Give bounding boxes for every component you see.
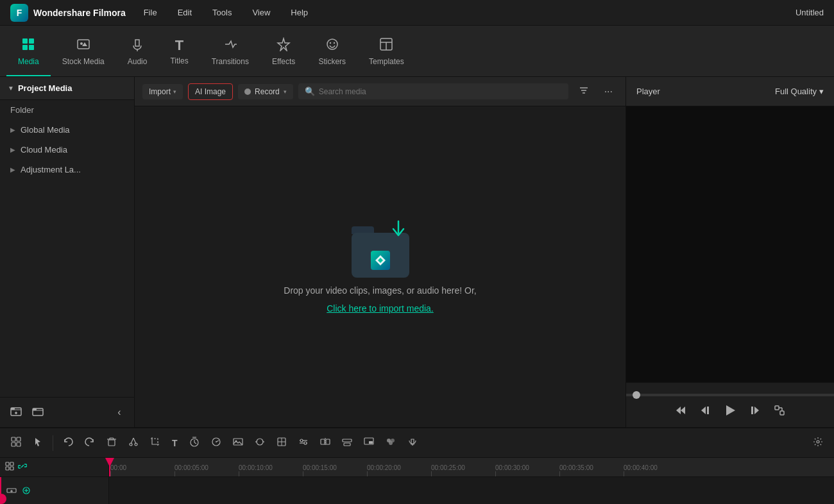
redo-button[interactable] xyxy=(80,433,99,453)
sidebar-item-global-media[interactable]: ▶ Global Media xyxy=(0,120,134,140)
expand-arrow-icon-3: ▶ xyxy=(10,166,15,173)
link-button[interactable] xyxy=(18,462,27,473)
timer-button[interactable] xyxy=(185,433,204,453)
track-add-button[interactable] xyxy=(6,485,17,498)
filter-button[interactable] xyxy=(574,83,594,101)
svg-rect-0 xyxy=(22,38,28,44)
delete-button[interactable] xyxy=(102,433,121,453)
svg-rect-39 xyxy=(17,442,21,446)
audio-button[interactable] xyxy=(403,433,422,453)
pip-button[interactable] xyxy=(359,433,379,453)
tab-stickers[interactable]: Stickers xyxy=(307,28,357,76)
group-button[interactable] xyxy=(337,433,357,453)
svg-rect-64 xyxy=(321,439,325,444)
tab-stock-media-label: Stock Media xyxy=(62,57,105,66)
menu-tools[interactable]: Tools xyxy=(210,5,234,20)
quality-arrow-icon: ▾ xyxy=(819,87,824,96)
menu-edit[interactable]: Edit xyxy=(175,5,194,20)
drop-text: Drop your video clips, images, or audio … xyxy=(284,285,476,296)
step-back-button[interactable] xyxy=(699,405,711,416)
tab-stock-media[interactable]: Stock Media xyxy=(51,28,116,76)
text-button[interactable]: T xyxy=(167,435,182,451)
app-logo: F Wondershare Filmora xyxy=(10,4,126,22)
sidebar-item-adjustment[interactable]: ▶ Adjustment La... xyxy=(0,160,134,180)
media-panel: Import ▾ AI Image Record ▾ 🔍 ··· xyxy=(135,77,626,427)
svg-rect-65 xyxy=(326,439,330,444)
undo-button[interactable] xyxy=(58,433,78,453)
main-toolbar: Media Stock Media Audio T Titles xyxy=(0,26,834,77)
folder-button[interactable] xyxy=(30,403,46,422)
settings-button[interactable] xyxy=(808,433,828,453)
sidebar-folder[interactable]: Folder xyxy=(0,100,134,120)
import-button[interactable]: Import ▾ xyxy=(142,84,183,99)
ruler-marks-container: 00:00 00:00:05:00 00:00:10:00 00:00:15:0… xyxy=(110,458,688,476)
color-button[interactable] xyxy=(381,433,400,453)
menu-view[interactable]: View xyxy=(250,5,273,20)
player-screen xyxy=(626,106,834,382)
tab-templates[interactable]: Templates xyxy=(357,28,416,76)
player-header: Player Full Quality ▾ xyxy=(626,77,834,106)
svg-rect-37 xyxy=(17,437,21,441)
crop-button[interactable] xyxy=(146,433,165,453)
record-button[interactable]: Record ▾ xyxy=(238,84,293,99)
search-input[interactable] xyxy=(319,87,562,96)
audio-mix-button[interactable] xyxy=(294,433,313,453)
collapse-panel-button[interactable]: ‹ xyxy=(112,405,126,419)
svg-rect-76 xyxy=(6,462,9,466)
image-button[interactable] xyxy=(228,433,248,453)
transform-button[interactable] xyxy=(272,433,291,453)
add-track-button[interactable] xyxy=(5,462,14,473)
svg-point-73 xyxy=(389,441,393,445)
project-media-label: Project Media xyxy=(18,83,72,93)
add-folder-button[interactable] xyxy=(8,403,24,422)
menu-help[interactable]: Help xyxy=(288,5,311,20)
menu-file[interactable]: File xyxy=(141,5,160,20)
tab-audio[interactable]: Audio xyxy=(116,28,159,76)
svg-rect-70 xyxy=(369,441,373,444)
tab-stickers-label: Stickers xyxy=(318,57,346,66)
rewind-button[interactable] xyxy=(675,405,686,416)
tab-transitions[interactable]: Transitions xyxy=(200,28,260,76)
track-link-button[interactable] xyxy=(22,486,31,497)
tab-titles[interactable]: T Titles xyxy=(158,28,200,76)
svg-rect-40 xyxy=(108,440,115,446)
expand-arrow-icon-2: ▶ xyxy=(10,146,15,153)
templates-icon xyxy=(379,37,393,55)
svg-point-75 xyxy=(817,441,819,443)
svg-rect-68 xyxy=(344,443,350,446)
player-controls xyxy=(626,382,834,427)
pointer-tool-button[interactable] xyxy=(28,433,47,453)
media-drop-area[interactable]: Drop your video clips, images, or audio … xyxy=(135,106,626,427)
transitions-icon xyxy=(223,37,237,55)
playback-slider[interactable] xyxy=(626,394,834,396)
timeline: T xyxy=(0,427,834,504)
ruler-mark: 00:00:05:00 xyxy=(174,464,239,476)
speed-button[interactable] xyxy=(207,433,226,453)
ai-image-button[interactable]: AI Image xyxy=(188,83,233,100)
player-buttons xyxy=(626,404,834,417)
tab-templates-label: Templates xyxy=(369,57,404,66)
cut-button[interactable] xyxy=(124,433,143,453)
stickers-icon xyxy=(325,37,339,55)
svg-rect-67 xyxy=(343,439,352,442)
ruler-mark: 00:00:15:00 xyxy=(303,464,367,476)
split-button[interactable] xyxy=(316,433,335,453)
timeline-tracks xyxy=(0,477,834,504)
svg-rect-28 xyxy=(707,407,709,414)
select-tool-button[interactable] xyxy=(6,433,26,453)
play-button[interactable] xyxy=(724,404,736,417)
svg-marker-26 xyxy=(681,407,685,414)
sidebar-item-cloud-media[interactable]: ▶ Cloud Media xyxy=(0,140,134,160)
tab-media[interactable]: Media xyxy=(6,28,51,76)
collapse-arrow-icon: ▼ xyxy=(8,85,14,92)
tab-effects[interactable]: Effects xyxy=(260,28,307,76)
import-media-link[interactable]: Click here to import media. xyxy=(327,303,434,314)
more-options-button[interactable]: ··· xyxy=(599,83,618,100)
quality-select[interactable]: Full Quality ▾ xyxy=(775,87,824,96)
keyframe-button[interactable] xyxy=(250,433,269,453)
track-controls-spacer xyxy=(0,458,109,476)
fullscreen-button[interactable] xyxy=(774,405,785,416)
svg-line-44 xyxy=(131,438,133,444)
step-forward-button[interactable] xyxy=(749,405,761,416)
tab-audio-label: Audio xyxy=(128,57,148,66)
